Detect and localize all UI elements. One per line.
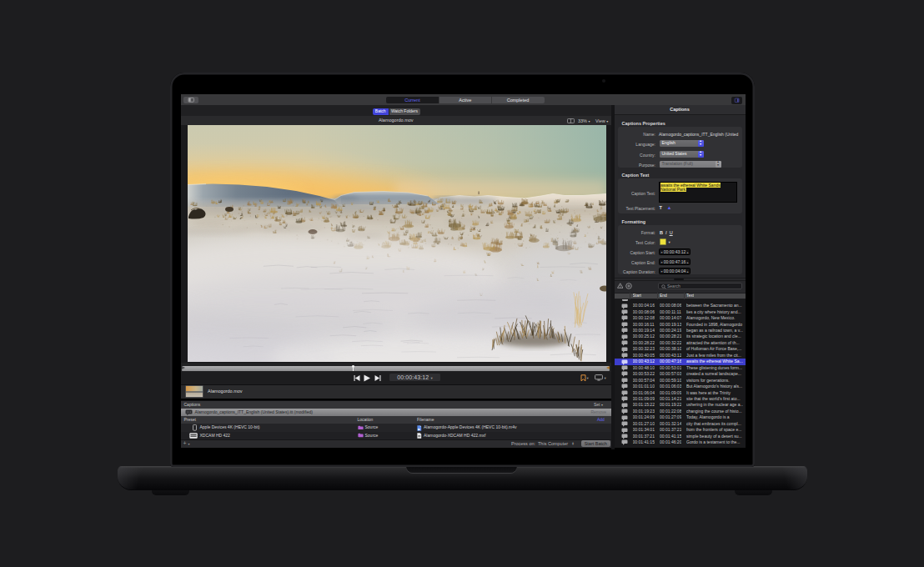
svg-text:▶: ▶ (418, 427, 420, 430)
